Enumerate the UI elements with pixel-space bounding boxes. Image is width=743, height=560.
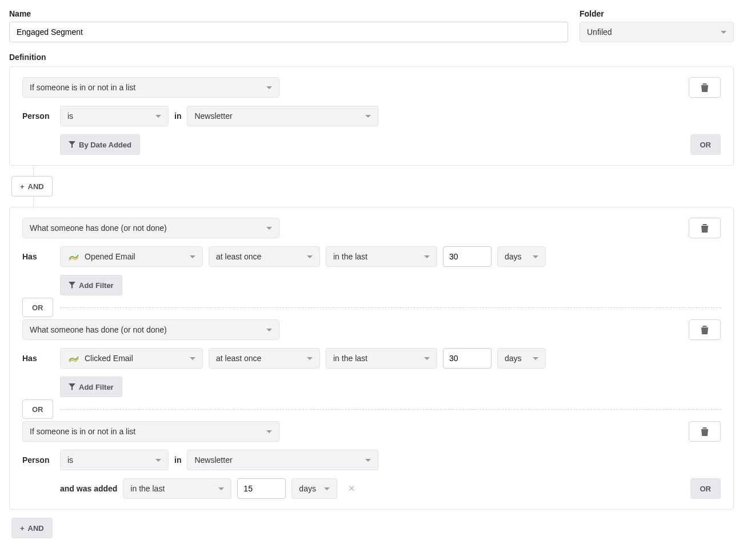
list-select[interactable]: Newsletter xyxy=(187,106,378,126)
added-time-text: in the last xyxy=(130,484,165,493)
event-icon xyxy=(67,353,80,363)
trash-icon xyxy=(701,83,709,92)
delete-condition-button[interactable] xyxy=(689,319,721,340)
close-icon: ✕ xyxy=(348,483,355,494)
delete-condition-button[interactable] xyxy=(689,77,721,98)
days-input[interactable] xyxy=(443,348,492,369)
or-button[interactable]: OR xyxy=(690,478,721,499)
name-input[interactable] xyxy=(9,22,568,42)
list-text: Newsletter xyxy=(194,455,232,465)
event-icon xyxy=(67,251,80,262)
unit-select[interactable]: days xyxy=(497,246,546,267)
chevron-down-icon xyxy=(365,115,371,118)
days-input[interactable] xyxy=(443,246,492,267)
chevron-down-icon xyxy=(365,459,371,462)
chevron-down-icon xyxy=(266,86,272,89)
chevron-down-icon xyxy=(424,357,430,360)
delete-condition-button[interactable] xyxy=(689,421,721,442)
in-label: in xyxy=(174,455,181,465)
event-select[interactable]: Opened Email xyxy=(60,246,203,267)
time-text: in the last xyxy=(333,354,367,363)
chevron-down-icon xyxy=(324,487,330,490)
add-filter-button[interactable]: Add Filter xyxy=(60,377,122,397)
chevron-down-icon xyxy=(190,357,195,360)
and-label: AND xyxy=(28,182,44,191)
chevron-down-icon xyxy=(155,459,161,462)
condition-type-text: What someone has done (or not done) xyxy=(30,223,167,233)
or-button[interactable]: OR xyxy=(690,134,721,155)
event-text: Opened Email xyxy=(85,252,135,261)
time-text: in the last xyxy=(333,252,367,261)
chevron-down-icon xyxy=(190,255,195,258)
event-text: Clicked Email xyxy=(85,354,133,363)
person-op-text: is xyxy=(67,455,73,465)
chevron-down-icon xyxy=(533,357,538,360)
and-button[interactable]: + AND xyxy=(11,176,53,197)
frequency-select[interactable]: at least once xyxy=(209,246,320,267)
time-range-select[interactable]: in the last xyxy=(326,246,437,267)
person-op-select[interactable]: is xyxy=(60,106,169,126)
condition-type-select[interactable]: If someone is in or not in a list xyxy=(22,421,279,442)
trash-icon xyxy=(701,325,709,334)
freq-text: at least once xyxy=(216,252,261,261)
frequency-select[interactable]: at least once xyxy=(209,348,320,369)
person-label: Person xyxy=(22,111,54,121)
by-date-added-button[interactable]: By Date Added xyxy=(60,134,140,155)
and-button-bottom[interactable]: + AND xyxy=(11,518,53,538)
time-range-select[interactable]: in the last xyxy=(326,348,437,369)
add-filter-button[interactable]: Add Filter xyxy=(60,275,122,295)
condition-type-text: If someone is in or not in a list xyxy=(30,83,135,92)
chevron-down-icon xyxy=(307,255,313,258)
condition-type-select[interactable]: What someone has done (or not done) xyxy=(22,319,279,340)
chevron-down-icon xyxy=(266,430,272,433)
condition-type-select[interactable]: What someone has done (or not done) xyxy=(22,218,279,238)
freq-text: at least once xyxy=(216,354,261,363)
add-filter-label: Add Filter xyxy=(79,383,114,391)
condition-type-text: If someone is in or not in a list xyxy=(30,427,135,436)
condition-group-1: If someone is in or not in a list Person… xyxy=(9,66,734,166)
plus-icon: + xyxy=(20,524,25,533)
by-date-added-label: By Date Added xyxy=(79,141,131,149)
list-text: Newsletter xyxy=(194,111,232,121)
person-op-select[interactable]: is xyxy=(60,450,169,470)
filter-icon xyxy=(69,282,75,289)
chevron-down-icon xyxy=(266,329,272,331)
or-tag[interactable]: OR xyxy=(22,298,53,317)
added-days-input[interactable] xyxy=(237,478,286,499)
chevron-down-icon xyxy=(721,31,726,34)
in-label: in xyxy=(174,111,181,121)
unit-select[interactable]: days xyxy=(497,348,546,369)
remove-subfilter-button[interactable]: ✕ xyxy=(343,480,360,497)
added-unit-select[interactable]: days xyxy=(291,478,337,499)
delete-condition-button[interactable] xyxy=(689,218,721,238)
list-select[interactable]: Newsletter xyxy=(187,450,378,470)
plus-icon: + xyxy=(20,182,25,191)
added-time-select[interactable]: in the last xyxy=(123,478,231,499)
or-tag[interactable]: OR xyxy=(22,399,53,419)
chevron-down-icon xyxy=(155,115,161,118)
chevron-down-icon xyxy=(307,357,313,360)
definition-label: Definition xyxy=(9,53,734,62)
filter-icon xyxy=(69,141,75,148)
add-filter-label: Add Filter xyxy=(79,281,114,290)
chevron-down-icon xyxy=(218,487,224,490)
chevron-down-icon xyxy=(533,255,538,258)
has-label: Has xyxy=(22,252,54,261)
unit-text: days xyxy=(505,354,522,363)
folder-select[interactable]: Unfiled xyxy=(580,22,734,42)
added-unit-text: days xyxy=(299,484,316,493)
trash-icon xyxy=(701,427,709,436)
event-select[interactable]: Clicked Email xyxy=(60,348,203,369)
unit-text: days xyxy=(505,252,522,261)
person-op-text: is xyxy=(67,111,73,121)
chevron-down-icon xyxy=(424,255,430,258)
condition-group-2: What someone has done (or not done) Has … xyxy=(9,207,734,510)
person-label: Person xyxy=(22,455,54,465)
and-label: AND xyxy=(28,524,44,533)
chevron-down-icon xyxy=(266,227,272,230)
has-label: Has xyxy=(22,354,54,363)
filter-icon xyxy=(69,383,75,390)
folder-label: Folder xyxy=(580,9,734,18)
condition-type-select[interactable]: If someone is in or not in a list xyxy=(22,77,279,98)
trash-icon xyxy=(701,223,709,233)
